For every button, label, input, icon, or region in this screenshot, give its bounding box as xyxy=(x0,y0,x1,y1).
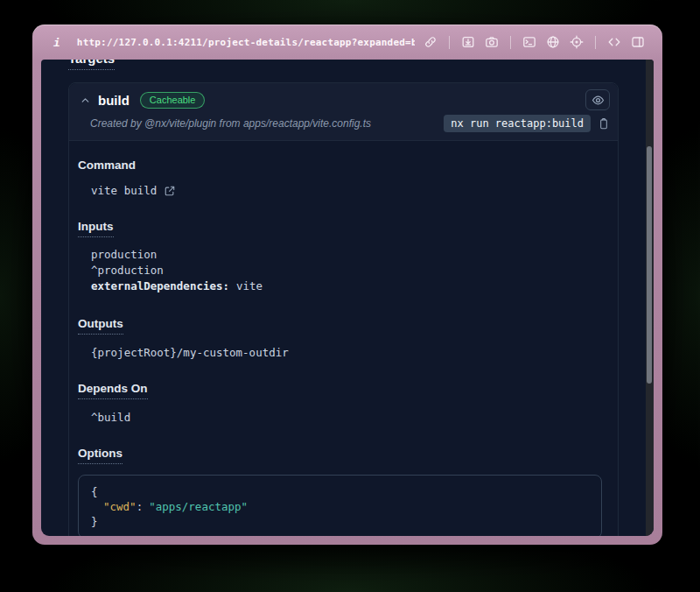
cacheable-badge: Cacheable xyxy=(140,92,206,109)
target-header-build[interactable]: build Cacheable Created by @nx/vite/plug… xyxy=(69,83,618,141)
scrollbar-track[interactable] xyxy=(646,60,654,536)
input-entry-sep: : xyxy=(223,279,230,292)
json-open-brace: { xyxy=(91,484,589,499)
depends-on-value: ^build xyxy=(91,411,130,424)
target-details: Command vite build Inpu xyxy=(69,141,618,536)
copy-button[interactable] xyxy=(598,117,610,130)
options-code-block: { "cwd":"apps/reactapp" } xyxy=(78,475,602,536)
page-content: Targets build Cacheable xyxy=(41,60,654,536)
input-entry-value: vite xyxy=(236,279,262,292)
section-label-options[interactable]: Options xyxy=(78,447,122,464)
json-string-value: "apps/reactapp" xyxy=(149,500,248,513)
target-name: build xyxy=(98,93,130,108)
json-key: "cwd" xyxy=(103,500,136,513)
run-command-chip: nx run reactapp:build xyxy=(444,115,591,132)
json-close-brace: } xyxy=(91,514,589,529)
inputs-list: production ^production externalDependenc… xyxy=(91,247,606,294)
outputs-value: {projectRoot}/my-custom-outdir xyxy=(91,346,289,359)
eye-icon xyxy=(592,94,605,107)
section-label-depends-on[interactable]: Depends On xyxy=(78,382,148,399)
toolbar-actions xyxy=(424,35,645,49)
browser-toolbar: i http://127.0.0.1:4211/project-details/… xyxy=(32,25,662,60)
input-entry-key: externalDependencies xyxy=(91,279,223,292)
code-icon[interactable] xyxy=(607,35,621,49)
input-item: production xyxy=(91,247,606,263)
section-label-inputs[interactable]: Inputs xyxy=(78,220,114,237)
page-title[interactable]: Targets xyxy=(68,60,115,70)
chevron-up-icon[interactable] xyxy=(80,95,91,106)
section-label-command: Command xyxy=(78,159,136,172)
created-by-text: Created by @nx/vite/plugin from apps/rea… xyxy=(90,117,371,130)
target-card-build: build Cacheable Created by @nx/vite/plug… xyxy=(68,82,619,536)
info-icon: i xyxy=(53,36,60,49)
globe-icon[interactable] xyxy=(546,35,560,49)
input-entry: externalDependencies:vite xyxy=(91,278,606,294)
import-icon[interactable] xyxy=(461,35,475,49)
command-value: vite build xyxy=(91,184,157,197)
terminal-icon[interactable] xyxy=(522,35,536,49)
toolbar-separator xyxy=(595,36,596,49)
input-item: ^production xyxy=(91,263,606,278)
external-link-icon xyxy=(164,185,176,197)
url-text: http://127.0.0.1:4211/project-details/re… xyxy=(77,37,415,48)
clipboard-icon xyxy=(598,117,610,130)
json-colon: : xyxy=(136,500,144,513)
crosshair-icon[interactable] xyxy=(570,35,584,49)
toolbar-separator xyxy=(510,36,511,49)
view-in-graph-button[interactable] xyxy=(585,89,610,110)
scrollbar-thumb[interactable] xyxy=(647,146,652,384)
camera-icon[interactable] xyxy=(485,35,499,49)
link-icon[interactable] xyxy=(424,35,438,49)
panel-icon[interactable] xyxy=(631,35,645,49)
section-label-outputs[interactable]: Outputs xyxy=(78,317,123,335)
open-config-link[interactable] xyxy=(164,185,176,197)
app-window: i http://127.0.0.1:4211/project-details/… xyxy=(32,25,662,545)
json-entry: "cwd":"apps/reactapp" xyxy=(91,499,589,514)
toolbar-separator xyxy=(449,36,450,49)
